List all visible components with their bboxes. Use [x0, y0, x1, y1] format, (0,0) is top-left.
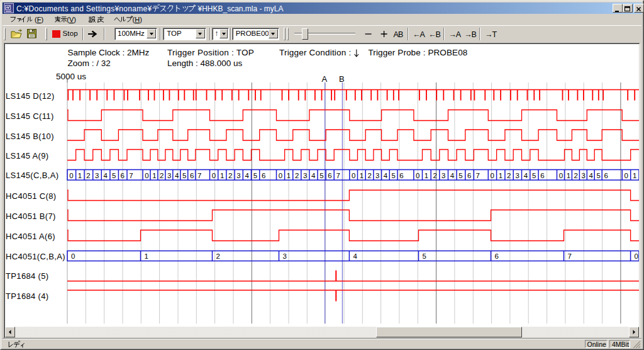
svg-text:5: 5 [253, 172, 257, 179]
svg-text:LS145 D(12): LS145 D(12) [6, 91, 55, 101]
svg-text:6: 6 [604, 172, 608, 179]
svg-text:1: 1 [78, 172, 82, 179]
svg-text:1: 1 [633, 172, 636, 179]
svg-text:1: 1 [152, 172, 156, 179]
svg-text:4: 4 [245, 172, 250, 179]
svg-text:3: 3 [582, 172, 586, 179]
svg-text:7: 7 [129, 172, 133, 179]
svg-text:5: 5 [392, 172, 396, 179]
svg-text:7: 7 [197, 172, 201, 179]
svg-text:2: 2 [160, 172, 164, 179]
svg-text:¥HHKB_scan.mla - myLA: ¥HHKB_scan.mla - myLA [197, 4, 284, 13]
svg-text:A: A [322, 74, 328, 84]
svg-text:5: 5 [532, 172, 536, 179]
svg-text:3: 3 [441, 172, 445, 179]
svg-text:6: 6 [121, 172, 125, 179]
svg-text:LS145 A(9): LS145 A(9) [6, 151, 49, 161]
svg-text:(V): (V) [67, 16, 76, 23]
svg-text:(F): (F) [35, 16, 43, 23]
svg-text:4: 4 [589, 172, 594, 179]
svg-text:0: 0 [624, 172, 628, 179]
svg-text:←A: ←A [413, 30, 425, 39]
svg-text:3: 3 [303, 172, 307, 179]
svg-text:LS145(C,B,A): LS145(C,B,A) [6, 171, 58, 180]
svg-text:1: 1 [360, 172, 364, 179]
svg-text:TP1684 (5): TP1684 (5) [6, 271, 49, 281]
svg-text:HC4051 A(6): HC4051 A(6) [6, 232, 55, 241]
svg-text:6: 6 [190, 172, 194, 179]
svg-text:Length : 488.000 us: Length : 488.000 us [167, 59, 243, 68]
svg-text:7: 7 [476, 172, 480, 179]
svg-text:0: 0 [279, 172, 282, 179]
svg-text:1: 1 [145, 252, 148, 260]
svg-text:0: 0 [635, 252, 638, 260]
svg-text:1: 1 [499, 172, 502, 179]
svg-text:→T: →T [485, 30, 497, 39]
svg-text:5: 5 [182, 172, 186, 179]
svg-text:6: 6 [262, 172, 265, 179]
svg-text:3: 3 [515, 172, 519, 179]
svg-text:7: 7 [336, 172, 340, 179]
svg-text:7: 7 [568, 252, 572, 260]
svg-text:1: 1 [567, 172, 570, 179]
svg-text:4: 4 [384, 172, 388, 179]
svg-text:LS145 C(11): LS145 C(11) [6, 111, 54, 121]
svg-text:6: 6 [495, 252, 499, 260]
svg-text:Trigger Position : TOP: Trigger Position : TOP [167, 48, 254, 57]
svg-text:0: 0 [71, 252, 75, 260]
svg-text:5000 us: 5000 us [56, 72, 86, 81]
svg-text:HC4051(C,B,A): HC4051(C,B,A) [6, 252, 65, 261]
svg-text:5: 5 [423, 252, 426, 260]
svg-text:1: 1 [425, 172, 428, 179]
svg-text:5: 5 [458, 172, 462, 179]
svg-text:→A: →A [449, 30, 462, 39]
svg-text:0: 0 [352, 172, 355, 179]
svg-text:2: 2 [228, 172, 232, 179]
svg-text:TP1684 (4): TP1684 (4) [6, 291, 49, 301]
svg-text:5: 5 [597, 172, 601, 179]
svg-text:2: 2 [295, 172, 299, 179]
svg-text:4: 4 [175, 172, 179, 179]
svg-text:0: 0 [145, 172, 148, 179]
svg-text:AB: AB [394, 30, 404, 39]
svg-text:0: 0 [212, 172, 216, 179]
svg-text:Sample Clock : 2MHz: Sample Clock : 2MHz [68, 48, 150, 57]
svg-text:0: 0 [69, 172, 73, 179]
svg-text:4: 4 [311, 172, 316, 179]
svg-text:4: 4 [524, 172, 528, 179]
svg-text:4: 4 [104, 172, 108, 179]
svg-text:2: 2 [574, 172, 578, 179]
svg-text:6: 6 [399, 172, 403, 179]
svg-text:2: 2 [86, 172, 90, 179]
svg-text:0: 0 [559, 172, 563, 179]
svg-text:B: B [339, 74, 345, 84]
svg-text:2: 2 [216, 252, 220, 260]
svg-text:2: 2 [433, 172, 436, 179]
svg-text:3: 3 [375, 172, 379, 179]
svg-text:←B: ←B [428, 30, 440, 39]
svg-text:4: 4 [353, 252, 357, 260]
svg-text:1: 1 [287, 172, 291, 179]
svg-text:3: 3 [283, 252, 287, 260]
svg-text:5: 5 [319, 172, 323, 179]
svg-text:Zoom : / 32: Zoom : / 32 [68, 59, 111, 68]
svg-text:6: 6 [328, 172, 331, 179]
svg-text:5: 5 [112, 172, 116, 179]
svg-text:0: 0 [491, 172, 494, 179]
svg-text:2: 2 [507, 172, 511, 179]
svg-text:Trigger Condition :: Trigger Condition : [279, 48, 351, 57]
svg-text:HC4051 B(7): HC4051 B(7) [6, 212, 56, 221]
svg-text:0: 0 [416, 172, 419, 179]
svg-text:6: 6 [467, 172, 471, 179]
svg-text:3: 3 [236, 172, 240, 179]
svg-text:C:¥Documents and Settings¥nona: C:¥Documents and Settings¥noname¥ [16, 4, 152, 13]
svg-text:HC4051 C(8): HC4051 C(8) [6, 191, 56, 201]
svg-text:3: 3 [167, 172, 171, 179]
svg-text:1: 1 [220, 172, 224, 179]
svg-text:2: 2 [367, 172, 371, 179]
svg-text:Trigger Probe : PROBE08: Trigger Probe : PROBE08 [369, 48, 468, 57]
svg-text:4: 4 [450, 172, 455, 179]
svg-text:(H): (H) [133, 16, 142, 23]
svg-text:6: 6 [540, 172, 544, 179]
svg-text:3: 3 [95, 172, 99, 179]
